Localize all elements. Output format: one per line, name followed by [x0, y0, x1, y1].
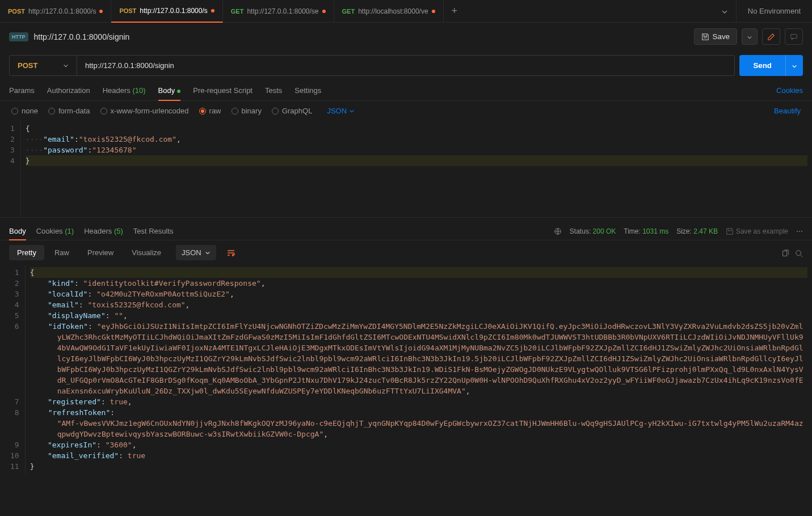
request-tabs-bar: POST http://127.0.0.1:8000/s POST http:/…: [0, 0, 812, 23]
tab-request-0[interactable]: POST http://127.0.0.1:8000/s: [0, 0, 111, 23]
radio-icon: [48, 108, 55, 115]
method-select[interactable]: POST: [9, 55, 77, 76]
response-body-viewer[interactable]: 12345 6 7 8 91011 { "kind": "identitytoo…: [0, 265, 812, 474]
tab-authorization[interactable]: Authorization: [47, 81, 90, 100]
request-header: HTTP http://127.0.0.1:8000/signin Save: [0, 23, 812, 50]
response-tab-cookies[interactable]: Cookies (1): [36, 222, 74, 240]
radio-icon: [232, 108, 238, 115]
body-type-form-data[interactable]: form-data: [48, 107, 90, 115]
save-icon: [701, 33, 709, 41]
tab-prerequest-script[interactable]: Pre-request Script: [193, 81, 253, 100]
save-button[interactable]: Save: [694, 28, 737, 45]
request-body-editor[interactable]: 1234 { ····"email":"toxis52325@fkcod.com…: [0, 121, 812, 217]
code-content[interactable]: { ····"email":"toxis52325@fkcod.com", ··…: [21, 121, 812, 217]
tab-settings[interactable]: Settings: [294, 81, 321, 100]
wrap-icon: [226, 248, 235, 257]
copy-button[interactable]: [781, 248, 789, 257]
response-format-select[interactable]: JSON: [176, 245, 216, 260]
method-badge: GET: [231, 8, 244, 15]
chevron-down-icon: [792, 64, 797, 69]
body-type-none[interactable]: none: [11, 107, 38, 115]
beautify-link[interactable]: Beautify: [774, 107, 801, 115]
globe-icon[interactable]: [554, 227, 562, 236]
chevron-down-icon: [349, 108, 355, 114]
chevron-down-icon: [63, 63, 69, 69]
word-wrap-toggle[interactable]: [222, 246, 240, 260]
radio-icon: [199, 108, 206, 115]
svg-rect-0: [791, 35, 797, 39]
view-tab-pretty[interactable]: Pretty: [9, 245, 44, 260]
url-bar: POST Send: [0, 50, 812, 81]
chevron-down-icon: [205, 250, 211, 256]
response-tab-body[interactable]: Body: [9, 222, 26, 240]
body-type-xwww[interactable]: x-www-form-urlencoded: [100, 107, 189, 115]
line-gutter: 1234: [0, 121, 21, 217]
body-type-graphql[interactable]: GraphQL: [272, 107, 312, 115]
method-badge: POST: [119, 7, 136, 14]
svg-point-3: [796, 251, 801, 256]
body-format-select[interactable]: JSON: [327, 107, 355, 115]
search-icon: [795, 249, 803, 257]
tab-params[interactable]: Params: [9, 81, 35, 100]
chevron-down-icon: [747, 35, 752, 40]
response-meta: Status: 200 OK Time: 1031 ms Size: 2.47 …: [554, 227, 803, 236]
size-value: 2.47 KB: [693, 227, 718, 235]
tab-request-2[interactable]: GET http://127.0.0.1:8000/se: [223, 0, 334, 23]
radio-icon: [11, 108, 18, 115]
modified-dot-icon: [322, 10, 326, 13]
http-badge-icon: HTTP: [9, 32, 28, 41]
response-view-tabs: Pretty Raw Preview Visualize JSON: [0, 240, 812, 265]
send-button[interactable]: Send: [739, 55, 785, 76]
tabs-dropdown[interactable]: [713, 7, 736, 15]
body-type-selector: none form-data x-www-form-urlencoded raw…: [0, 101, 812, 121]
edit-button[interactable]: [762, 28, 780, 45]
tab-request-3[interactable]: GET http://localhost:8000/ve: [334, 0, 444, 23]
save-icon: [726, 227, 734, 235]
save-dropdown[interactable]: [742, 28, 758, 45]
response-code-content: { "kind": "identitytoolkit#VerifyPasswor…: [26, 265, 812, 474]
save-as-example-button[interactable]: Save as example: [726, 227, 788, 235]
response-tabs: Body Cookies (1) Headers (5) Test Result…: [0, 217, 812, 240]
copy-icon: [781, 249, 789, 257]
pencil-icon: [767, 33, 775, 41]
tab-body[interactable]: Body: [158, 81, 181, 100]
cookies-link[interactable]: Cookies: [776, 86, 803, 95]
view-tab-raw[interactable]: Raw: [47, 245, 77, 260]
response-tab-headers[interactable]: Headers (5): [84, 222, 123, 240]
svg-rect-2: [783, 251, 787, 256]
tab-label: http://127.0.0.1:8000/s: [28, 7, 96, 15]
request-config-tabs: Params Authorization Headers (10) Body P…: [0, 81, 812, 101]
time-value: 1031 ms: [642, 227, 668, 235]
request-title: http://127.0.0.1:8000/signin: [34, 32, 130, 41]
response-tab-test-results[interactable]: Test Results: [133, 222, 174, 240]
comment-icon: [790, 33, 798, 41]
method-badge: GET: [342, 8, 355, 15]
url-input[interactable]: [77, 55, 735, 76]
tab-headers[interactable]: Headers (10): [103, 81, 146, 100]
environment-selector[interactable]: No Environment: [736, 0, 812, 23]
body-type-binary[interactable]: binary: [232, 107, 262, 115]
tab-label: http://127.0.0.1:8000/s: [140, 7, 207, 15]
view-tab-visualize[interactable]: Visualize: [124, 245, 169, 260]
view-tab-preview[interactable]: Preview: [79, 245, 121, 260]
tab-tests[interactable]: Tests: [265, 81, 282, 100]
line-gutter: 12345 6 7 8 91011: [0, 265, 26, 474]
more-options[interactable]: ⋯: [796, 227, 803, 235]
comment-button[interactable]: [785, 28, 803, 45]
tab-request-1[interactable]: POST http://127.0.0.1:8000/s: [111, 0, 222, 23]
radio-icon: [272, 108, 279, 115]
status-value: 200 OK: [593, 227, 616, 235]
modified-dot-icon: [99, 10, 103, 13]
active-dot-icon: [177, 90, 180, 93]
modified-dot-icon: [211, 9, 214, 12]
chevron-down-icon: [721, 9, 728, 15]
tab-label: http://localhost:8000/ve: [358, 7, 428, 15]
method-badge: POST: [8, 8, 25, 15]
radio-icon: [100, 108, 107, 115]
tab-label: http://127.0.0.1:8000/se: [247, 7, 318, 15]
send-dropdown[interactable]: [785, 55, 803, 76]
new-tab-button[interactable]: +: [444, 5, 466, 17]
search-button[interactable]: [795, 248, 803, 257]
modified-dot-icon: [432, 10, 435, 13]
body-type-raw[interactable]: raw: [199, 107, 221, 115]
